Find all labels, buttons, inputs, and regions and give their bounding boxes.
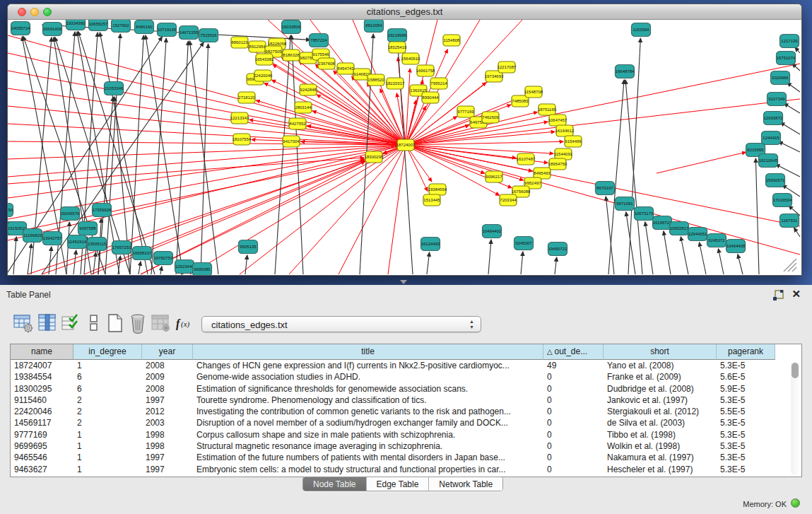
network-node[interactable]: 17016504: [773, 194, 793, 207]
edge[interactable]: [779, 141, 800, 152]
table-cell[interactable]: Structural magnetic resonance image aver…: [193, 440, 543, 452]
table-cell[interactable]: 5.3E-5: [717, 429, 775, 440]
table-cell[interactable]: Nakamura et al. (1997): [604, 452, 717, 463]
window-resize-grip[interactable]: [784, 259, 796, 271]
network-node[interactable]: 13505115: [88, 238, 107, 251]
table-cell[interactable]: 1998: [142, 429, 193, 440]
table-row[interactable]: 1830029562008Estimation of significance …: [11, 383, 775, 395]
table-cell[interactable]: 49: [543, 360, 604, 371]
table-cell[interactable]: 1: [73, 360, 142, 371]
table-cell[interactable]: Changes of HCN gene expression and I(f) …: [193, 360, 543, 371]
network-node[interactable]: 2367608: [318, 58, 335, 69]
edge[interactable]: [160, 267, 162, 274]
network-node[interactable]: 11548708: [524, 86, 543, 98]
network-node[interactable]: 8860123: [231, 37, 248, 48]
edge[interactable]: [794, 228, 800, 237]
edge[interactable]: [28, 244, 31, 274]
network-node[interactable]: 9245072: [707, 234, 726, 247]
network-node[interactable]: 12213343: [230, 112, 249, 124]
network-node[interactable]: 13942757: [43, 232, 63, 245]
edge[interactable]: [13, 237, 16, 274]
edge[interactable]: [388, 145, 406, 274]
network-node[interactable]: 1244415: [762, 132, 781, 145]
table-row[interactable]: 1938455462009Genome-wide association stu…: [11, 371, 775, 382]
edge[interactable]: [176, 41, 188, 274]
network-node[interactable]: 9227349: [767, 93, 787, 106]
network-node[interactable]: 19218986: [388, 29, 408, 42]
table-cell[interactable]: 0: [543, 383, 604, 395]
edge[interactable]: [240, 145, 406, 274]
network-node[interactable]: 8679197: [596, 182, 615, 195]
table-cell[interactable]: 9115460: [11, 395, 73, 406]
edge[interactable]: [625, 80, 642, 274]
tab-node-table[interactable]: Node Table: [303, 477, 367, 491]
edge[interactable]: [657, 152, 746, 173]
function-builder-icon[interactable]: f (x): [174, 313, 195, 334]
network-node[interactable]: 9154499: [565, 136, 582, 147]
table-cell[interactable]: Estimation of the future numbers of pati…: [193, 452, 543, 463]
table-row[interactable]: 2242004622012Investigating the contribut…: [11, 406, 775, 417]
column-header-in_degree[interactable]: in_degree: [73, 344, 142, 360]
column-header-name[interactable]: name: [11, 344, 73, 360]
table-cell[interactable]: Stergiakouli et al. (2012): [604, 406, 717, 417]
vertical-scrollbar[interactable]: [791, 361, 799, 475]
table-cell[interactable]: 2008: [142, 360, 193, 371]
table-cell[interactable]: 5.5E-5: [717, 406, 775, 417]
table-cell[interactable]: 18724007: [11, 360, 73, 371]
network-node[interactable]: 18300295: [365, 151, 384, 163]
table-row[interactable]: 1872400712008Changes of HCN gene express…: [11, 360, 775, 371]
network-node[interactable]: 12217087: [498, 62, 517, 73]
table-cell[interactable]: Investigating the contribution of common…: [193, 406, 543, 417]
network-node[interactable]: 8186328: [283, 49, 300, 61]
edge[interactable]: [406, 145, 500, 195]
delete-table-icon[interactable]: [127, 313, 148, 334]
network-node[interactable]: 8454743: [337, 63, 354, 74]
network-node[interactable]: 9571091: [616, 197, 635, 211]
close-icon[interactable]: ✕: [792, 288, 801, 300]
network-node[interactable]: 9695085: [193, 263, 212, 276]
edge[interactable]: [645, 222, 653, 274]
network-node[interactable]: 16124493: [421, 238, 441, 251]
network-node[interactable]: 9245007: [514, 237, 534, 250]
table-cell[interactable]: 1: [73, 440, 142, 452]
network-node[interactable]: 20691406: [43, 23, 63, 36]
edge[interactable]: [795, 47, 800, 53]
edge[interactable]: [42, 42, 204, 274]
table-cell[interactable]: 2008: [142, 383, 193, 395]
table-cell[interactable]: de Silva et al. (2003): [604, 417, 717, 428]
network-canvas[interactable]: 2405572420691406193343801065525715276028…: [8, 20, 801, 275]
edge[interactable]: [787, 83, 800, 92]
table-row[interactable]: 946362711997Embryonic stem cells: a mode…: [11, 464, 775, 475]
network-node[interactable]: 1588520: [367, 74, 384, 86]
edge[interactable]: [151, 38, 166, 274]
edge[interactable]: [201, 44, 208, 274]
network-node[interactable]: 17359928: [93, 204, 112, 217]
edge[interactable]: [275, 35, 290, 274]
network-node[interactable]: 1513445: [423, 194, 440, 206]
network-node[interactable]: 9097588: [78, 222, 98, 235]
table-cell[interactable]: 9777169: [11, 429, 73, 440]
table-cell[interactable]: 5.3E-5: [717, 417, 775, 428]
network-node[interactable]: 19384554: [428, 184, 447, 195]
edge[interactable]: [245, 255, 247, 274]
network-node[interactable]: 16958107: [133, 247, 153, 260]
network-graph[interactable]: 2405572420691406193343801065525715276028…: [8, 20, 801, 275]
window-titlebar[interactable]: citations_edges.txt: [8, 4, 801, 20]
network-node[interactable]: 19450722: [548, 243, 568, 256]
table-cell[interactable]: 6: [73, 371, 142, 382]
table-cell[interactable]: 0: [543, 395, 604, 406]
edge[interactable]: [406, 145, 800, 255]
table-cell[interactable]: 9699695: [11, 440, 73, 452]
table-cell[interactable]: 1: [73, 429, 142, 440]
network-node[interactable]: 9505135: [239, 240, 258, 254]
network-node[interactable]: 21606550: [8, 204, 13, 217]
edge[interactable]: [406, 145, 524, 180]
table-cell[interactable]: 14569117: [11, 417, 73, 428]
network-node[interactable]: 17957253: [112, 241, 132, 255]
network-node[interactable]: 16961758: [416, 65, 435, 76]
table-cell[interactable]: Franke et al. (2009): [604, 371, 717, 382]
network-node[interactable]: 7515526: [199, 29, 218, 42]
table-cell[interactable]: 1997: [142, 452, 193, 463]
tab-network-table[interactable]: Network Table: [429, 477, 502, 491]
table-cell[interactable]: 5.3E-5: [717, 452, 775, 463]
